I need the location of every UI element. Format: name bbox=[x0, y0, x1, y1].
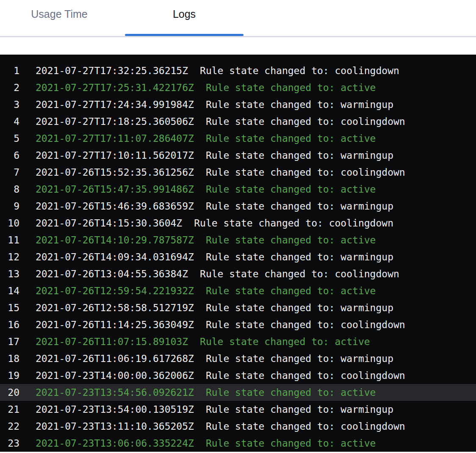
log-row[interactable]: 22021-07-27T17:25:31.422176ZRule state c… bbox=[0, 79, 476, 96]
log-message: Rule state changed to: coolingdown bbox=[206, 370, 405, 381]
log-line-number: 20 bbox=[0, 384, 19, 401]
log-message: Rule state changed to: active bbox=[206, 438, 376, 449]
log-message: Rule state changed to: coolingdown bbox=[206, 421, 405, 432]
log-line-number: 22 bbox=[0, 418, 19, 435]
log-line-number: 15 bbox=[0, 299, 19, 316]
log-row[interactable]: 112021-07-26T14:10:29.787587ZRule state … bbox=[0, 232, 476, 249]
log-message: Rule state changed to: warmingup bbox=[206, 302, 393, 313]
tab-usage-time-label: Usage Time bbox=[31, 8, 87, 20]
log-row[interactable]: 162021-07-26T11:14:25.363049ZRule state … bbox=[0, 316, 476, 333]
log-message: Rule state changed to: warmingup bbox=[206, 353, 393, 364]
log-row[interactable]: 92021-07-26T15:46:39.683659ZRule state c… bbox=[0, 198, 476, 215]
log-row[interactable]: 202021-07-23T13:54:56.092621ZRule state … bbox=[0, 384, 476, 401]
log-message: Rule state changed to: warmingup bbox=[206, 404, 393, 415]
log-line-number: 6 bbox=[0, 147, 19, 164]
log-row[interactable]: 132021-07-26T13:04:55.36384ZRule state c… bbox=[0, 265, 476, 282]
log-message: Rule state changed to: coolingdown bbox=[206, 116, 405, 127]
tab-logs[interactable]: Logs bbox=[125, 0, 244, 36]
log-timestamp: 2021-07-26T14:09:34.031694Z bbox=[36, 251, 194, 262]
log-row[interactable]: 232021-07-23T13:06:06.335224ZRule state … bbox=[0, 435, 476, 452]
log-line-number: 11 bbox=[0, 232, 19, 249]
tab-usage-time[interactable]: Usage Time bbox=[0, 0, 119, 36]
log-row[interactable]: 222021-07-23T13:11:10.365205ZRule state … bbox=[0, 418, 476, 435]
log-message: Rule state changed to: active bbox=[206, 285, 376, 296]
log-timestamp: 2021-07-27T17:18:25.360506Z bbox=[36, 116, 194, 127]
log-line-number: 9 bbox=[0, 198, 19, 215]
log-message: Rule state changed to: active bbox=[206, 82, 376, 93]
log-row[interactable]: 102021-07-26T14:15:30.3604ZRule state ch… bbox=[0, 215, 476, 232]
log-timestamp: 2021-07-26T15:46:39.683659Z bbox=[36, 201, 194, 212]
active-tab-indicator bbox=[125, 34, 244, 36]
log-timestamp: 2021-07-23T13:54:00.130519Z bbox=[36, 404, 194, 415]
log-timestamp: 2021-07-27T17:24:34.991984Z bbox=[36, 99, 194, 110]
log-message: Rule state changed to: coolingdown bbox=[200, 268, 399, 279]
log-line-number: 21 bbox=[0, 401, 19, 418]
log-message: Rule state changed to: active bbox=[206, 235, 376, 246]
log-message: Rule state changed to: active bbox=[206, 387, 376, 398]
log-row[interactable]: 152021-07-26T12:58:58.512719ZRule state … bbox=[0, 299, 476, 316]
log-timestamp: 2021-07-26T15:47:35.991486Z bbox=[36, 184, 194, 195]
log-line-number: 17 bbox=[0, 333, 19, 350]
log-timestamp: 2021-07-26T13:04:55.36384Z bbox=[36, 268, 188, 279]
log-line-number: 8 bbox=[0, 181, 19, 198]
log-row[interactable]: 142021-07-26T12:59:54.221932ZRule state … bbox=[0, 282, 476, 299]
log-line-number: 3 bbox=[0, 96, 19, 113]
log-line-number: 7 bbox=[0, 164, 19, 181]
log-timestamp: 2021-07-27T17:10:11.562017Z bbox=[36, 150, 194, 161]
tab-bar: Usage Time Logs bbox=[0, 0, 476, 37]
log-timestamp: 2021-07-23T14:00:00.362006Z bbox=[36, 370, 194, 381]
log-timestamp: 2021-07-23T13:11:10.365205Z bbox=[36, 421, 194, 432]
log-message: Rule state changed to: active bbox=[206, 133, 376, 144]
log-timestamp: 2021-07-26T12:58:58.512719Z bbox=[36, 302, 194, 313]
log-message: Rule state changed to: active bbox=[206, 184, 376, 195]
log-message: Rule state changed to: active bbox=[200, 336, 370, 347]
log-line-number: 23 bbox=[0, 435, 19, 452]
log-timestamp: 2021-07-26T12:59:54.221932Z bbox=[36, 285, 194, 296]
log-timestamp: 2021-07-27T17:25:31.422176Z bbox=[36, 82, 194, 93]
log-row[interactable]: 122021-07-26T14:09:34.031694ZRule state … bbox=[0, 249, 476, 265]
log-line-number: 14 bbox=[0, 282, 19, 299]
log-line-number: 1 bbox=[0, 62, 19, 79]
log-timestamp: 2021-07-26T11:07:15.89103Z bbox=[36, 336, 188, 347]
log-timestamp: 2021-07-27T17:32:25.36215Z bbox=[36, 65, 188, 76]
log-message: Rule state changed to: coolingdown bbox=[194, 218, 393, 229]
log-row[interactable]: 12021-07-27T17:32:25.36215ZRule state ch… bbox=[0, 62, 476, 79]
log-message: Rule state changed to: coolingdown bbox=[200, 65, 399, 76]
log-row[interactable]: 32021-07-27T17:24:34.991984ZRule state c… bbox=[0, 96, 476, 113]
log-line-number: 10 bbox=[0, 215, 19, 232]
log-line-number: 16 bbox=[0, 316, 19, 333]
log-line-number: 13 bbox=[0, 265, 19, 282]
log-line-number: 12 bbox=[0, 249, 19, 265]
log-timestamp: 2021-07-26T15:52:35.361256Z bbox=[36, 167, 194, 178]
log-line-number: 2 bbox=[0, 79, 19, 96]
log-row[interactable]: 212021-07-23T13:54:00.130519ZRule state … bbox=[0, 401, 476, 418]
log-row[interactable]: 192021-07-23T14:00:00.362006ZRule state … bbox=[0, 367, 476, 384]
log-message: Rule state changed to: warmingup bbox=[206, 150, 393, 161]
log-message: Rule state changed to: coolingdown bbox=[206, 319, 405, 330]
log-message: Rule state changed to: warmingup bbox=[206, 201, 393, 212]
log-line-number: 19 bbox=[0, 367, 19, 384]
tab-content-gap bbox=[0, 37, 476, 55]
log-row[interactable]: 82021-07-26T15:47:35.991486ZRule state c… bbox=[0, 181, 476, 198]
log-row[interactable]: 62021-07-27T17:10:11.562017ZRule state c… bbox=[0, 147, 476, 164]
log-row[interactable]: 52021-07-27T17:11:07.286407ZRule state c… bbox=[0, 130, 476, 147]
log-timestamp: 2021-07-23T13:06:06.335224Z bbox=[36, 438, 194, 449]
log-row[interactable]: 72021-07-26T15:52:35.361256ZRule state c… bbox=[0, 164, 476, 181]
log-message: Rule state changed to: warmingup bbox=[206, 251, 393, 262]
log-row[interactable]: 42021-07-27T17:18:25.360506ZRule state c… bbox=[0, 113, 476, 130]
log-timestamp: 2021-07-26T14:15:30.3604Z bbox=[36, 218, 182, 229]
log-line-number: 4 bbox=[0, 113, 19, 130]
log-row[interactable]: 172021-07-26T11:07:15.89103ZRule state c… bbox=[0, 333, 476, 350]
log-timestamp: 2021-07-26T11:14:25.363049Z bbox=[36, 319, 194, 330]
log-timestamp: 2021-07-26T14:10:29.787587Z bbox=[36, 235, 194, 246]
tab-logs-label: Logs bbox=[173, 8, 196, 20]
log-line-number: 18 bbox=[0, 350, 19, 367]
log-console[interactable]: 12021-07-27T17:32:25.36215ZRule state ch… bbox=[0, 55, 476, 452]
log-timestamp: 2021-07-27T17:11:07.286407Z bbox=[36, 133, 194, 144]
log-line-number: 5 bbox=[0, 130, 19, 147]
log-message: Rule state changed to: coolingdown bbox=[206, 167, 405, 178]
log-row[interactable]: 182021-07-26T11:06:19.617268ZRule state … bbox=[0, 350, 476, 367]
log-message: Rule state changed to: warmingup bbox=[206, 99, 393, 110]
log-timestamp: 2021-07-23T13:54:56.092621Z bbox=[36, 387, 194, 398]
log-timestamp: 2021-07-26T11:06:19.617268Z bbox=[36, 353, 194, 364]
